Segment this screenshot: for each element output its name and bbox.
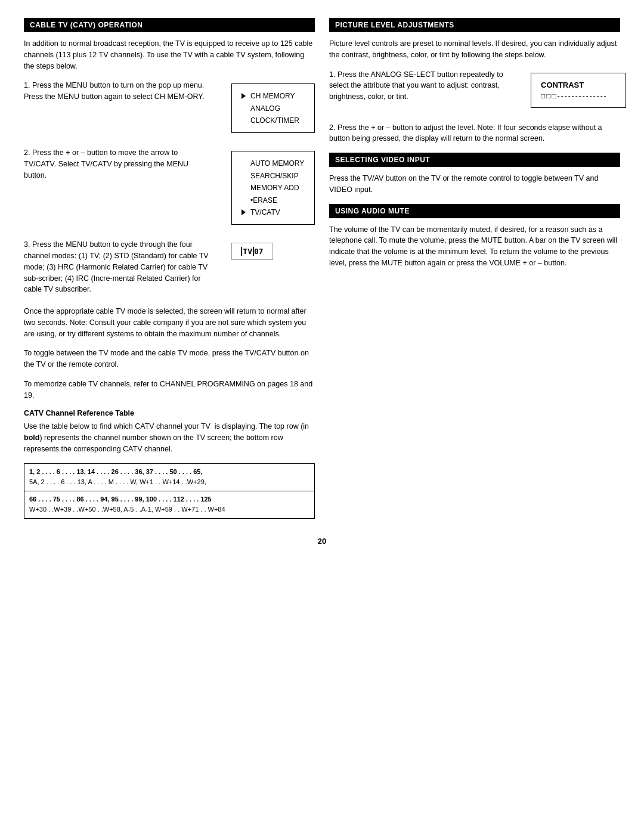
catv-top-row-1: 1, 2 . . . . 6 . . . . 13, 14 . . . . 26… bbox=[29, 467, 309, 478]
catv-table-heading: CATV Channel Reference Table bbox=[24, 409, 315, 417]
contrast-squares: □□□ bbox=[541, 92, 558, 100]
catv-cell-1: 1, 2 . . . . 6 . . . . 13, 14 . . . . 26… bbox=[24, 463, 315, 491]
step-1-body: Press the MENU button to turn on the pop… bbox=[24, 81, 204, 101]
step-1-row: 1. Press the MENU button to turn on the … bbox=[24, 80, 315, 137]
ch-memory-item: CH MEMORY bbox=[242, 90, 305, 102]
search-skip-label: SEARCH/SKIP bbox=[250, 170, 299, 182]
page-number: 20 bbox=[24, 537, 620, 546]
tvcatv-arrow-icon bbox=[242, 209, 246, 215]
step-3-text: 3. Press the MENU button to cycle throug… bbox=[24, 239, 210, 295]
step-2-number: 2. bbox=[24, 148, 32, 157]
auto-memory-item: AUTO MEMORY bbox=[242, 157, 305, 169]
contrast-label: CONTRAST bbox=[541, 80, 584, 89]
step-1-menu-area: CH MEMORY ANALOG CLOCK/TIMER bbox=[219, 80, 315, 137]
auto-memory-label: AUTO MEMORY bbox=[250, 157, 304, 169]
video-input-body: Press the TV/AV button on the TV or the … bbox=[329, 173, 620, 196]
erase-label: •ERASE bbox=[250, 194, 277, 206]
catv-bottom-row-2: W+30 . .W+39 . .W+50 . .W+58, A-5 . .A-1… bbox=[29, 504, 309, 515]
video-input-section-header: SELECTING VIDEO INPUT bbox=[329, 153, 620, 167]
analog-label: ANALOG bbox=[250, 103, 280, 114]
tv-channel-display: TV07 bbox=[231, 243, 273, 260]
memory-add-label: MEMORY ADD bbox=[250, 182, 299, 194]
step-3-body: Press the MENU button to cycle through t… bbox=[24, 240, 209, 293]
memory-add-item: MEMORY ADD bbox=[242, 182, 305, 194]
picture-section-header: PICTURE LEVEL ADJUSTMENTS bbox=[329, 18, 620, 32]
step-2-menu-area: AUTO MEMORY SEARCH/SKIP MEMORY ADD •ERAS… bbox=[219, 147, 315, 228]
picture-intro: Picture level controls are preset to nom… bbox=[329, 38, 620, 61]
dashes: -------------- bbox=[558, 92, 608, 100]
catv-para-after-steps: Once the appropriate cable TV mode is se… bbox=[24, 306, 315, 339]
picture-step-1-body: Press the ANALOG SE-LECT button repeated… bbox=[329, 70, 503, 101]
picture-step-2: 2. Press the + or – button to adjust the… bbox=[329, 122, 620, 145]
step-2-body: Press the + or – button to move the arro… bbox=[24, 148, 188, 179]
tvcatv-label: TV/CATV bbox=[250, 206, 280, 218]
left-column: CABLE TV (CATV) OPERATION In addition to… bbox=[24, 18, 315, 519]
picture-step-1-number: 1. bbox=[329, 70, 338, 79]
erase-item: •ERASE bbox=[242, 194, 305, 206]
catv-intro: In addition to normal broadcast receptio… bbox=[24, 38, 315, 72]
tv-cursor: TV bbox=[241, 247, 254, 256]
picture-step-2-body: Press the + or – button to adjust the le… bbox=[329, 123, 602, 143]
picture-step-1-text: 1. Press the ANALOG SE-LECT button repea… bbox=[329, 69, 515, 103]
catv-reference-table: 1, 2 . . . . 6 . . . . 13, 14 . . . . 26… bbox=[24, 463, 315, 519]
step-1-text: 1. Press the MENU button to turn on the … bbox=[24, 80, 210, 103]
table-row: 1, 2 . . . . 6 . . . . 13, 14 . . . . 26… bbox=[24, 463, 315, 491]
ch-memory-menu: CH MEMORY ANALOG CLOCK/TIMER bbox=[231, 83, 315, 133]
picture-step-2-number: 2. bbox=[329, 123, 338, 132]
step-3-row: 3. Press the MENU button to cycle throug… bbox=[24, 239, 315, 295]
catv-table-intro: Use the table below to find which CATV c… bbox=[24, 421, 315, 454]
audio-mute-body: The volume of the TV can be momentarily … bbox=[329, 224, 620, 269]
clock-timer-item: CLOCK/TIMER bbox=[242, 114, 305, 126]
contrast-display-box: CONTRAST □□□-------------- bbox=[531, 73, 626, 108]
step-2-text: 2. Press the + or – button to move the a… bbox=[24, 147, 210, 181]
catv-cell-2: 66 . . . . 75 . . . . 86 . . . . 94, 95 … bbox=[24, 491, 315, 518]
catv-para-memorize: To memorize cable TV channels, refer to … bbox=[24, 379, 315, 401]
step-3-display-area: TV07 bbox=[219, 239, 315, 264]
step-1-number: 1. bbox=[24, 81, 32, 89]
step-3-number: 3. bbox=[24, 240, 32, 249]
right-column: PICTURE LEVEL ADJUSTMENTS Picture level … bbox=[329, 18, 620, 519]
step-2-row: 2. Press the + or – button to move the a… bbox=[24, 147, 315, 228]
audio-mute-section-header: USING AUDIO MUTE bbox=[329, 204, 620, 218]
ch-memory-label: CH MEMORY bbox=[250, 90, 295, 102]
tvcatv-menu: AUTO MEMORY SEARCH/SKIP MEMORY ADD •ERAS… bbox=[231, 151, 315, 225]
page-layout: CABLE TV (CATV) OPERATION In addition to… bbox=[24, 18, 620, 519]
contrast-dashes: □□□-------------- bbox=[541, 92, 616, 100]
table-row: 66 . . . . 75 . . . . 86 . . . . 94, 95 … bbox=[24, 491, 315, 518]
catv-section-header: CABLE TV (CATV) OPERATION bbox=[24, 18, 315, 32]
catv-para-toggle: To toggle between the TV mode and the ca… bbox=[24, 348, 315, 370]
analog-item: ANALOG bbox=[242, 103, 305, 114]
clock-timer-label: CLOCK/TIMER bbox=[250, 114, 299, 126]
arrow-icon bbox=[242, 93, 246, 99]
bold-word: bold bbox=[24, 433, 39, 442]
picture-step-1-row: 1. Press the ANALOG SE-LECT button repea… bbox=[329, 69, 620, 112]
tvcatv-item: TV/CATV bbox=[242, 206, 305, 218]
catv-bottom-row-1: 5A, 2 . . . . 6 . . . 13, A . . . . M . … bbox=[29, 477, 309, 488]
catv-top-row-2: 66 . . . . 75 . . . . 86 . . . . 94, 95 … bbox=[29, 494, 309, 505]
search-skip-item: SEARCH/SKIP bbox=[242, 170, 305, 182]
picture-step-1-display-area: CONTRAST □□□-------------- bbox=[525, 69, 620, 112]
